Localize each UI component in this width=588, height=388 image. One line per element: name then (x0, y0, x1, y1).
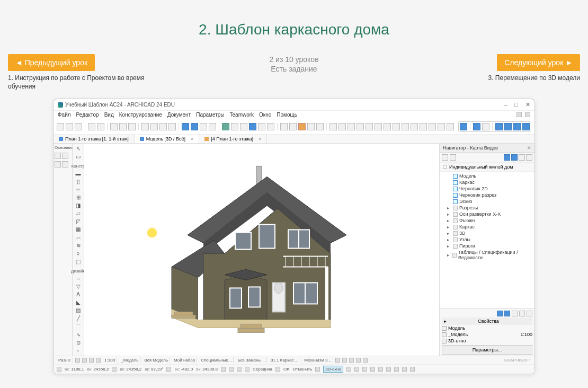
sb-icon[interactable] (82, 358, 87, 363)
tb-icon-w[interactable] (357, 123, 364, 130)
tb-icon-n[interactable] (267, 123, 274, 130)
nav-bt-icon[interactable] (512, 311, 518, 316)
sb2-icon[interactable] (275, 367, 280, 372)
sb2-icon[interactable] (402, 367, 407, 372)
tb-icon-u[interactable] (338, 123, 346, 130)
sb2-icon[interactable] (112, 367, 117, 372)
menu-document[interactable]: Документ (167, 112, 191, 118)
tb-icon-x[interactable] (366, 123, 373, 130)
sb-set[interactable]: Мой набор (172, 357, 197, 363)
tab-close-icon[interactable]: × (259, 136, 261, 142)
tree-toggle-icon[interactable]: ▸ (447, 244, 451, 249)
spline-tool-icon[interactable]: ∿ (74, 331, 83, 338)
tb-icon-f[interactable] (191, 123, 198, 130)
window-tool-icon[interactable]: ⊞ (74, 194, 83, 201)
tb-icon-h[interactable] (209, 123, 216, 130)
tb-icon-q[interactable] (298, 123, 306, 130)
tb-icon-p[interactable] (289, 123, 297, 130)
tb-icon-y[interactable] (375, 123, 382, 130)
line-tool-icon[interactable]: ╱ (74, 315, 83, 322)
maximize-button[interactable]: □ (514, 101, 518, 108)
sb-icon[interactable] (356, 358, 361, 363)
menu-help[interactable]: Помощь (277, 112, 297, 118)
tb-save-icon[interactable] (75, 123, 82, 130)
tb-undo-icon[interactable] (88, 123, 95, 130)
door-tool-icon[interactable]: ◨ (74, 202, 83, 209)
tb-icon-z[interactable] (384, 123, 391, 130)
3d-viewport[interactable] (84, 144, 439, 356)
tb-home-icon[interactable] (460, 123, 467, 130)
sb2-icon[interactable] (362, 367, 367, 372)
sb-icon[interactable] (363, 358, 368, 363)
tb-redo-icon[interactable] (97, 123, 104, 130)
tree-item[interactable]: ▸Оси развертки X-X (442, 211, 532, 217)
sb2-icon[interactable] (229, 367, 234, 372)
sb2-icon[interactable] (245, 367, 250, 372)
sb-icon[interactable] (75, 358, 80, 363)
tb-icon-t[interactable] (329, 123, 337, 130)
tb-icon-e[interactable] (182, 123, 189, 130)
fill-tool-icon[interactable]: ▨ (74, 307, 83, 314)
morph-tool-icon[interactable]: ◊ (74, 250, 83, 257)
shell-tool-icon[interactable]: ⌓ (74, 234, 83, 241)
sb2-icon[interactable] (237, 367, 242, 372)
tree-item[interactable]: Модель (442, 173, 532, 179)
nav-tb-icon[interactable] (442, 154, 448, 161)
tree-toggle-icon[interactable]: ▸ (447, 212, 451, 217)
tb-icon-c[interactable] (159, 123, 167, 130)
slab-tool-icon[interactable]: ▱ (74, 210, 83, 217)
stair-tool-icon[interactable]: ≋ (74, 242, 83, 249)
tree-item[interactable]: ▸Узлы (442, 236, 532, 243)
minimize-button[interactable]: – (504, 101, 507, 108)
nav-tb-project-icon[interactable] (504, 154, 510, 161)
tree-toggle-icon[interactable]: ▸ (447, 237, 451, 242)
tb-open-icon[interactable] (66, 123, 73, 130)
props-header-toggle[interactable]: ▸ (444, 319, 447, 324)
tree-item[interactable]: ▸Пироги (442, 243, 532, 249)
nav-tb-layout-icon[interactable] (519, 154, 525, 161)
nav-bt-icon[interactable] (497, 311, 503, 316)
label-tool-icon[interactable]: ◣ (74, 299, 83, 306)
menu-view[interactable]: Вид (104, 112, 114, 118)
nav-tb-view-icon[interactable] (511, 154, 518, 161)
sb2-icon[interactable] (354, 367, 359, 372)
tab-close-icon[interactable]: × (191, 136, 193, 142)
tree-item[interactable]: ▸3D (442, 230, 532, 236)
sb-mech[interactable]: Механизм 3... (302, 357, 333, 363)
tb-views2-icon[interactable] (504, 123, 512, 130)
tree-toggle-icon[interactable]: ▸ (447, 225, 451, 230)
tree-item[interactable]: ▸Таблицы / Спецификации / Ведомости (442, 249, 532, 261)
tree-item[interactable]: ▸Каркас (442, 224, 532, 230)
tree-item[interactable]: ▸Разрезы (442, 205, 532, 211)
mesh-tool-icon[interactable]: ▦ (74, 226, 83, 233)
tb-icon-g[interactable] (200, 123, 207, 130)
tab-3d-model[interactable]: Модель [3D / Всё] × (135, 135, 200, 143)
tb-icon-l[interactable] (249, 123, 256, 130)
sb2-ok[interactable]: OK (283, 367, 290, 372)
sb-karkas[interactable]: 01.1 Каркас ... (269, 357, 300, 363)
tab-plan1[interactable]: План 1-го этажа [1. 1-й этаж] (54, 135, 135, 143)
lp-icon[interactable] (62, 161, 68, 167)
tree-item[interactable]: Черновик разрез (442, 192, 532, 198)
sb2-icon[interactable] (386, 367, 391, 372)
tb-icon-z3[interactable] (402, 123, 409, 130)
lp-icon[interactable] (55, 161, 61, 167)
tb-icon-r[interactable] (307, 123, 315, 130)
arrow-tool-icon[interactable]: ↖ (74, 145, 83, 152)
sb2-icon[interactable] (394, 367, 399, 372)
nav-tb-icon[interactable] (450, 154, 456, 161)
tb-new-icon[interactable] (57, 123, 64, 130)
tb-icon-k[interactable] (240, 123, 247, 130)
tree-toggle-icon[interactable]: ▸ (447, 253, 451, 258)
wall-tool-icon[interactable]: ▬ (74, 170, 83, 177)
tb-views3-icon[interactable] (513, 123, 521, 130)
tb-icon-j[interactable] (231, 123, 238, 130)
nav-bt-icon[interactable] (504, 311, 510, 316)
column-tool-icon[interactable]: ▯ (74, 178, 83, 185)
tb-icon-z2[interactable] (393, 123, 400, 130)
menu-window[interactable]: Окно (259, 112, 271, 118)
figure-tool-icon[interactable]: ▫ (74, 347, 83, 354)
tb-icon-m[interactable] (258, 123, 265, 130)
nav-tb-pub-icon[interactable] (526, 154, 532, 161)
tb-icon-b[interactable] (150, 123, 158, 130)
